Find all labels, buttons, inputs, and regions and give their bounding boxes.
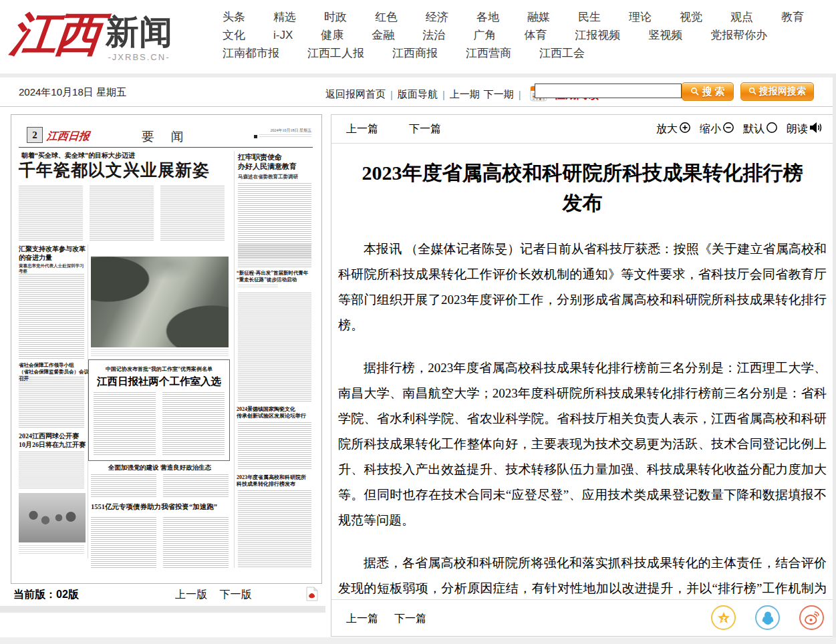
simulated-text xyxy=(238,293,311,402)
prev-article-link-bottom[interactable]: 上一篇 xyxy=(346,612,378,626)
page-bottom-edge xyxy=(0,637,836,644)
next-article-link-bottom[interactable]: 下一篇 xyxy=(394,612,426,626)
nav-item[interactable]: 教育 xyxy=(781,11,804,24)
simulated-text xyxy=(19,377,84,429)
default-size-icon xyxy=(766,122,778,136)
qq-share-icon[interactable] xyxy=(755,605,780,630)
prev-article-link[interactable]: 上一篇 xyxy=(346,122,378,136)
read-aloud-control[interactable]: 朗读 xyxy=(787,122,823,136)
search-button[interactable]: 搜 索 xyxy=(682,82,734,101)
nav-item[interactable]: 江西工会 xyxy=(539,47,585,60)
article-main: 2023年度省属高校和科研院所科技成果转化排行榜 发布 本报讯 （全媒体记者陈旻… xyxy=(331,143,833,599)
site-logo[interactable]: 江西 新闻 -JXRBS.CN- xyxy=(11,1,172,68)
next-issue-link[interactable]: 下一期 xyxy=(484,88,514,101)
weibo-share-icon[interactable] xyxy=(799,605,824,630)
layout-nav-link[interactable]: 版面导航 xyxy=(398,88,438,101)
right-headline-2-byline xyxy=(238,285,278,289)
nav-item[interactable]: 头条 xyxy=(223,11,245,24)
issue-toolbar: 2024年10月18日 星期五 返回报网首页 | 版面导航 | 上一期 下一期 … xyxy=(0,77,836,107)
nav-item[interactable]: 竖视频 xyxy=(648,29,682,42)
next-article-link[interactable]: 下一篇 xyxy=(409,122,441,136)
right-headline-3: 2024景德镇国家陶瓷文化传承创新试验区发展论坛举行 xyxy=(237,406,313,420)
nav-item[interactable]: 体育 xyxy=(524,29,547,42)
speaker-icon xyxy=(809,122,823,136)
article-paragraph: 据排行榜，2023年度省属高校科技成果转化排行榜前三名分别是：江西理工大学、南昌… xyxy=(338,355,827,533)
current-page-indicator: 当前版：02版 xyxy=(13,588,79,602)
nav-item[interactable]: 经济 xyxy=(426,11,448,24)
center-headline-2: 全面加强党的建设 营造良好政治生态 xyxy=(91,464,229,472)
qzone-share-icon[interactable] xyxy=(711,605,736,630)
left-headline-1: 汇聚支持改革参与改革的奋进力量 xyxy=(19,245,86,262)
share-buttons xyxy=(711,605,824,630)
simulated-text xyxy=(163,474,229,497)
issue-date: 2024年10月18日 星期五 xyxy=(19,86,126,99)
nav-item[interactable]: 法治 xyxy=(422,29,445,42)
divider: | xyxy=(519,89,521,100)
home-link[interactable]: 返回报网首页 xyxy=(325,88,386,101)
nav-item[interactable]: 党报帮你办 xyxy=(710,29,767,42)
nav-item[interactable]: 民生 xyxy=(578,11,601,24)
nav-item[interactable]: 各地 xyxy=(476,11,499,24)
nav-item[interactable]: 广角 xyxy=(473,29,496,42)
right-headline-1: 扛牢职责使命办好人民满意教育 xyxy=(238,152,297,172)
pdf-icon[interactable] xyxy=(306,587,318,604)
nav-item[interactable]: 金融 xyxy=(372,29,394,42)
zoom-in-control[interactable]: 放大 xyxy=(656,122,691,136)
river-aerial-photo xyxy=(91,257,229,347)
nav-item[interactable]: 红色 xyxy=(375,11,398,24)
masthead-rule xyxy=(19,147,313,148)
site-search-button[interactable]: 搜报网搜索 xyxy=(740,82,814,101)
nav-item[interactable]: 融媒 xyxy=(527,11,550,24)
nav-item[interactable]: 观点 xyxy=(730,11,753,24)
nav-item[interactable]: 精选 xyxy=(273,11,296,24)
simulated-text xyxy=(162,392,225,455)
paper-footer: 当前版：02版 上一版 下一版 xyxy=(11,587,321,604)
zoom-out-icon xyxy=(722,122,734,136)
next-page-link[interactable]: 下一版 xyxy=(219,589,251,600)
left-headline-1-byline: 黄喜忠率党外代表人士赴深圳学习考察 xyxy=(19,263,86,275)
default-size-control[interactable]: 默认 xyxy=(743,122,778,136)
search-input[interactable] xyxy=(535,84,682,98)
article-paragraph: 据悉，各省属高校和科研院所将强化和落实抓科技成果转化的主体责任，结合评价发现的短… xyxy=(338,550,827,599)
article-body: 本报讯 （全媒体记者陈旻）记者日前从省科技厅获悉：按照《关于建立省属高校和科研院… xyxy=(338,236,827,599)
simulated-text xyxy=(238,490,311,568)
nav-item[interactable]: 文化 xyxy=(223,29,245,42)
search-icon xyxy=(690,86,699,98)
right-headline-2: “新征程·再出发”首届新时代青年“重走长征路”徒步活动启动 xyxy=(237,270,313,283)
nav-item[interactable]: 江西营商 xyxy=(466,47,511,60)
left-column-divider-band xyxy=(0,606,325,613)
newspaper-page-thumbnail[interactable]: 2 江西日报 要 闻 2024年10月18日 星期五 朝着“买全球、卖全球”的目… xyxy=(11,114,322,584)
nav-item[interactable]: 时政 xyxy=(324,11,347,24)
editor-mark xyxy=(254,135,257,138)
simulated-text xyxy=(238,245,311,267)
lead-headline: 千年瓷都以文兴业展新姿 xyxy=(19,160,229,182)
zoom-out-control[interactable]: 缩小 xyxy=(700,122,734,136)
logo-domain-text: -JXRBS.CN- xyxy=(106,52,172,62)
nav-item[interactable]: 健康 xyxy=(321,29,343,42)
nav-item[interactable]: i-JX xyxy=(273,29,293,42)
simulated-text xyxy=(90,186,154,242)
logo-news-text: 新闻 xyxy=(106,13,172,51)
right-headline-1-byline: 马森述在省委教育工委调研 xyxy=(238,174,298,180)
article-footer: 上一篇 下一篇 xyxy=(331,599,833,636)
simulated-text xyxy=(19,452,84,489)
nav-item[interactable]: 江西商报 xyxy=(392,47,438,60)
article-toolbar: 上一篇 下一篇 放大 缩小 默认 xyxy=(331,115,833,144)
nav-item[interactable]: 江报视频 xyxy=(575,29,620,42)
simulated-text xyxy=(91,517,156,568)
prev-page-link[interactable]: 上一版 xyxy=(175,589,207,600)
simulated-text xyxy=(163,517,229,568)
article-panel: 上一篇 下一篇 放大 缩小 默认 xyxy=(331,114,834,637)
site-search-button-label: 搜报网搜索 xyxy=(759,86,806,98)
nav-item[interactable]: 视觉 xyxy=(680,11,702,24)
nav-item[interactable]: 理论 xyxy=(629,11,652,24)
simulated-text xyxy=(238,422,311,470)
nav-item[interactable]: 江南都市报 xyxy=(223,47,279,60)
prev-issue-link[interactable]: 上一期 xyxy=(450,88,480,101)
page-right-edge xyxy=(833,73,836,644)
main-nav: 头条 精选 时政 红色 经济 各地 融媒 民生 理论 视觉 观点 教育 文化 i… xyxy=(223,11,827,60)
simulated-text xyxy=(19,274,84,359)
nav-item[interactable]: 江西工人报 xyxy=(307,47,364,60)
lead-kicker: 朝着“买全球、卖全球”的目标大步迈进 xyxy=(21,151,135,160)
divider: | xyxy=(390,89,393,100)
